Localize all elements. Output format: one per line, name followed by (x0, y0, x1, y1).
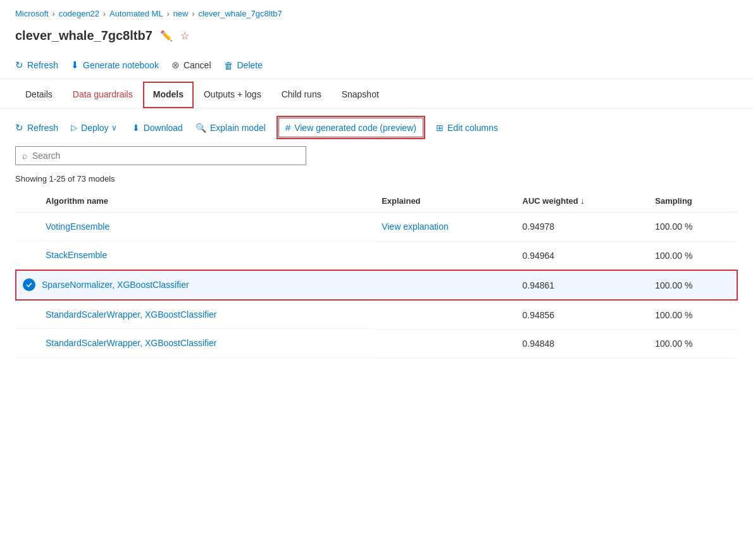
top-toolbar: ↻ Refresh ⬇ Generate notebook ⊗ Cancel 🗑… (0, 52, 753, 79)
page-title: clever_whale_7gc8ltb7 (15, 28, 152, 43)
view-generated-code-button[interactable]: # View generated code (preview) (278, 118, 423, 137)
table-row[interactable]: StandardScalerWrapper, XGBoostClassifier… (15, 329, 738, 358)
algorithm-link[interactable]: StackEnsemble (46, 250, 107, 260)
col-auc[interactable]: AUC weighted ↓ (515, 190, 648, 213)
table-row[interactable]: StackEnsemble0.94964100.00 % (15, 241, 738, 270)
deploy-group: ▷ Deploy ∨ (71, 120, 120, 135)
refresh-top-icon: ↻ (15, 59, 23, 71)
tab-snapshot[interactable]: Snapshot (332, 82, 389, 108)
models-table: Algorithm name Explained AUC weighted ↓ … (15, 190, 738, 358)
explained-cell (374, 270, 514, 301)
auc-cell: 0.94856 (515, 301, 648, 329)
col-algorithm: Algorithm name (15, 190, 374, 213)
deploy-button[interactable]: ▷ Deploy (71, 120, 109, 135)
breadcrumb-sep-4: › (192, 9, 194, 18)
search-input[interactable] (32, 151, 299, 161)
generate-notebook-label: Generate notebook (83, 60, 159, 70)
algorithm-link[interactable]: StandardScalerWrapper, XGBoostClassifier (46, 338, 217, 348)
breadcrumb-codegen[interactable]: codegen22 (59, 9, 99, 18)
tab-child-runs[interactable]: Child runs (271, 82, 332, 108)
auc-cell: 0.94964 (515, 241, 648, 270)
search-box: ⌕ (15, 146, 306, 165)
col-sampling: Sampling (647, 190, 738, 213)
sampling-cell: 100.00 % (647, 213, 738, 242)
breadcrumb-sep-1: › (53, 9, 55, 18)
col-explained: Explained (374, 190, 514, 213)
hash-icon: # (285, 122, 290, 133)
download-icon: ⬇ (71, 59, 79, 71)
search-icon: ⌕ (22, 151, 27, 161)
breadcrumb-sep-2: › (103, 9, 106, 18)
table-row[interactable]: VotingEnsembleView explanation0.94978100… (15, 213, 738, 242)
refresh-models-icon: ↻ (15, 122, 23, 134)
breadcrumb-automl[interactable]: Automated ML (109, 9, 163, 18)
explain-icon: 🔍 (196, 123, 206, 133)
edit-columns-button[interactable]: ⊞ Edit columns (436, 120, 498, 135)
table-row[interactable]: StandardScalerWrapper, XGBoostClassifier… (15, 301, 738, 329)
cancel-label: Cancel (184, 60, 211, 70)
explained-cell (374, 329, 514, 358)
edit-icon[interactable]: ✏️ (160, 30, 173, 42)
tabs-row: Details Data guardrails Models Outputs +… (0, 82, 753, 109)
grid-icon: ⊞ (436, 123, 444, 133)
deploy-chevron-icon[interactable]: ∨ (109, 121, 120, 135)
showing-count-text: Showing 1-25 of 73 models (0, 170, 753, 190)
tab-outputs-logs[interactable]: Outputs + logs (194, 82, 271, 108)
delete-button[interactable]: 🗑 Delete (224, 58, 263, 73)
algorithm-cell: SparseNormalizer, XGBoostClassifier (15, 270, 374, 301)
breadcrumb: Microsoft › codegen22 › Automated ML › n… (0, 0, 753, 25)
delete-icon: 🗑 (224, 60, 233, 71)
algorithm-link[interactable]: SparseNormalizer, XGBoostClassifier (42, 280, 189, 290)
download-models-icon: ⬇ (132, 123, 140, 133)
auc-cell: 0.94978 (515, 213, 648, 242)
algorithm-link[interactable]: VotingEnsemble (46, 221, 109, 232)
refresh-top-button[interactable]: ↻ Refresh (15, 57, 58, 73)
edit-columns-label: Edit columns (447, 123, 498, 133)
deploy-icon: ▷ (71, 123, 77, 132)
algorithm-cell: StandardScalerWrapper, XGBoostClassifier (15, 329, 374, 358)
algorithm-cell: VotingEnsemble (15, 213, 374, 241)
favorite-icon[interactable]: ☆ (180, 30, 189, 42)
delete-label: Delete (237, 60, 263, 70)
breadcrumb-sep-3: › (167, 9, 170, 18)
auc-cell: 0.94861 (515, 270, 648, 301)
deploy-label: Deploy (81, 123, 109, 133)
explain-model-button[interactable]: 🔍 Explain model (196, 120, 266, 135)
tab-details[interactable]: Details (15, 82, 63, 108)
models-toolbar: ↻ Refresh ▷ Deploy ∨ ⬇ Download 🔍 Explai… (0, 109, 753, 146)
algorithm-cell: StandardScalerWrapper, XGBoostClassifier (15, 301, 374, 329)
page-header: clever_whale_7gc8ltb7 ✏️ ☆ (0, 25, 753, 52)
auc-cell: 0.94848 (515, 329, 648, 358)
selected-check-icon (23, 278, 35, 291)
search-area: ⌕ (0, 146, 753, 170)
models-table-container: Algorithm name Explained AUC weighted ↓ … (0, 190, 753, 358)
breadcrumb-new[interactable]: new (173, 9, 189, 18)
tab-data-guardrails[interactable]: Data guardrails (63, 82, 143, 108)
algorithm-cell: StackEnsemble (15, 241, 374, 270)
table-row[interactable]: SparseNormalizer, XGBoostClassifier0.948… (15, 270, 738, 301)
generate-notebook-button[interactable]: ⬇ Generate notebook (71, 57, 159, 73)
explained-cell: View explanation (374, 213, 514, 242)
view-explanation-link[interactable]: View explanation (382, 221, 449, 232)
sampling-cell: 100.00 % (647, 270, 738, 301)
explain-label: Explain model (210, 123, 266, 133)
algorithm-link[interactable]: StandardScalerWrapper, XGBoostClassifier (46, 309, 217, 320)
view-code-label: View generated code (preview) (294, 123, 416, 133)
tab-models[interactable]: Models (143, 82, 194, 108)
cancel-icon: ⊗ (171, 59, 180, 71)
refresh-models-label: Refresh (27, 123, 58, 133)
refresh-top-label: Refresh (27, 60, 58, 70)
sampling-cell: 100.00 % (647, 241, 738, 270)
cancel-button[interactable]: ⊗ Cancel (171, 57, 211, 73)
explained-cell (374, 241, 514, 270)
download-label: Download (144, 123, 183, 133)
refresh-models-button[interactable]: ↻ Refresh (15, 120, 58, 136)
breadcrumb-microsoft[interactable]: Microsoft (15, 9, 49, 18)
sampling-cell: 100.00 % (647, 301, 738, 329)
download-button[interactable]: ⬇ Download (132, 120, 183, 135)
breadcrumb-run[interactable]: clever_whale_7gc8ltb7 (198, 9, 282, 18)
sampling-cell: 100.00 % (647, 329, 738, 358)
explained-cell (374, 301, 514, 329)
